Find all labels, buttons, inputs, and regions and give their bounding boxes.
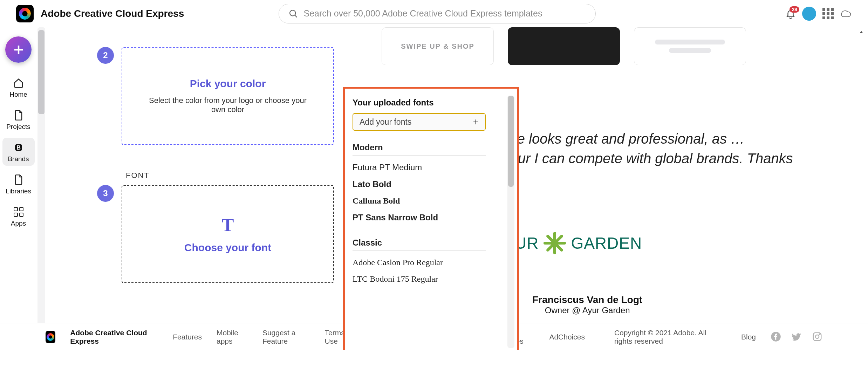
uploaded-fonts-heading: Your uploaded fonts (353, 98, 510, 108)
footer-logo[interactable] (46, 331, 55, 343)
main-content: SWIPE UP & SHOP 2 Pick your color Select… (45, 27, 868, 350)
svg-point-8 (815, 335, 819, 338)
font-t-icon: T (222, 215, 234, 235)
notification-badge: 28 (790, 6, 799, 13)
app-title: Adobe Creative Cloud Express (41, 8, 184, 19)
cc-cloud-icon[interactable] (840, 8, 852, 20)
apps-icon (13, 206, 24, 218)
sidebar-item-projects[interactable]: Projects (2, 105, 35, 133)
search-icon (288, 9, 298, 19)
notifications-button[interactable]: 28 (785, 8, 796, 19)
sidebar: Home Projects B Brands Libraries Apps (0, 27, 37, 350)
avatar[interactable] (802, 7, 816, 21)
plus-icon: + (473, 116, 479, 128)
facebook-icon[interactable] (771, 331, 781, 343)
projects-icon (13, 110, 24, 121)
step-number-3: 3 (97, 185, 114, 202)
pick-color-tile[interactable]: Pick your color Select the color from yo… (122, 47, 334, 145)
create-button[interactable] (5, 36, 32, 63)
app-logo[interactable] (16, 5, 34, 22)
sidebar-item-label: Projects (6, 123, 30, 131)
step-number-2: 2 (97, 47, 114, 64)
add-your-fonts-button[interactable]: Add your fonts + (353, 113, 486, 131)
font-group-classic: Classic (353, 238, 486, 251)
sidebar-item-label: Apps (11, 220, 26, 227)
choose-font-tile[interactable]: T Choose your font (122, 185, 334, 283)
testimonial-role: Owner @ Ayur Garden (532, 305, 642, 315)
font-picker-popover: Your uploaded fonts Add your fonts + Mod… (343, 87, 519, 350)
search-wrap (279, 4, 596, 23)
footer-link[interactable]: Features (173, 333, 202, 341)
footer-link[interactable]: AdChoices (549, 333, 585, 341)
home-icon (13, 77, 24, 89)
libraries-icon (13, 174, 24, 185)
sidebar-item-apps[interactable]: Apps (2, 202, 35, 230)
flower-icon (542, 231, 567, 256)
sidebar-item-label: Libraries (6, 187, 31, 195)
sidebar-item-brands[interactable]: B Brands (2, 138, 35, 166)
svg-line-1 (295, 15, 297, 17)
brands-icon: B (13, 142, 24, 153)
font-section-label: FONT (126, 171, 150, 180)
sidebar-item-label: Brands (8, 155, 29, 163)
sidebar-item-home[interactable]: Home (2, 73, 35, 101)
page-scrollbar[interactable] (857, 27, 866, 350)
font-option[interactable]: Lato Bold (353, 176, 486, 193)
sidebar-scrollbar[interactable] (37, 27, 45, 329)
font-option[interactable]: PT Sans Narrow Bold (353, 209, 486, 226)
font-option[interactable]: Futura PT Medium (353, 159, 486, 176)
svg-point-0 (290, 10, 296, 16)
search-input[interactable] (279, 4, 596, 23)
svg-point-9 (819, 334, 820, 335)
tile-title: Choose your font (184, 242, 271, 254)
instagram-icon[interactable] (812, 331, 822, 343)
app-switcher-icon[interactable] (822, 8, 834, 19)
popover-scrollbar[interactable] (507, 96, 514, 348)
tile-subtitle: Select the color from your logo or choos… (143, 96, 312, 114)
twitter-icon[interactable] (791, 331, 802, 343)
tile-title: Pick your color (190, 78, 266, 90)
template-card-dark[interactable] (508, 27, 620, 65)
font-option[interactable]: Calluna Bold (353, 193, 486, 209)
template-card-swipe[interactable]: SWIPE UP & SHOP (382, 27, 494, 65)
font-option[interactable]: LTC Bodoni 175 Regular (353, 271, 486, 287)
footer-link[interactable]: Mobile apps (217, 329, 248, 345)
footer-copyright: Copyright © 2021 Adobe. All rights reser… (614, 329, 726, 345)
sidebar-item-label: Home (9, 91, 27, 98)
footer-link-blog[interactable]: Blog (741, 333, 756, 341)
testimonial-name: Franciscus Van de Logt (532, 294, 642, 305)
font-group-modern: Modern (353, 143, 486, 156)
template-card-skeleton[interactable] (634, 27, 746, 65)
footer-link[interactable]: Suggest a Feature (262, 329, 310, 345)
footer-title: Adobe Creative Cloud Express (70, 329, 155, 345)
app-header: Adobe Creative Cloud Express 28 (0, 0, 868, 27)
svg-text:B: B (16, 144, 21, 151)
font-option[interactable]: Adobe Caslon Pro Regular (353, 254, 486, 271)
sidebar-item-libraries[interactable]: Libraries (2, 170, 35, 198)
